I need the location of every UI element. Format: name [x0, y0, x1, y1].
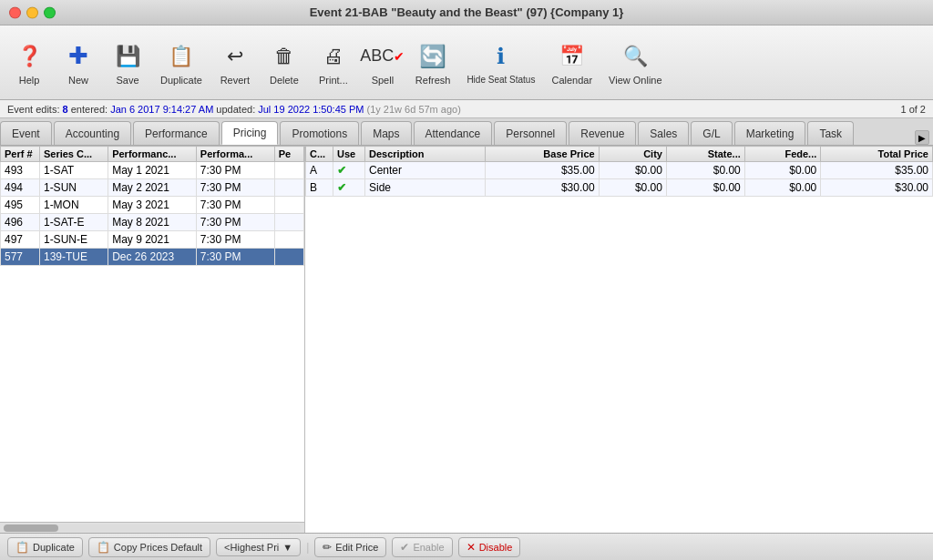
performance-row[interactable]: 494 1-SUN May 2 2021 7:30 PM — [1, 179, 304, 197]
col-description-header[interactable]: Description — [365, 147, 486, 162]
disable-button[interactable]: ✕ Disable — [458, 537, 521, 557]
left-table[interactable]: Perf # Series C... Performanc... Perform… — [0, 146, 304, 522]
pe-col — [274, 231, 303, 249]
col-city-header[interactable]: City — [599, 147, 666, 162]
window-title: Event 21-BAB "Beauty and the Beast" (97)… — [310, 5, 624, 19]
highest-price-dropdown[interactable]: <Highest Pri ▼ — [216, 538, 301, 556]
performance-row[interactable]: 495 1-MON May 3 2021 7:30 PM — [1, 197, 304, 214]
main-content: Perf # Series C... Performanc... Perform… — [0, 146, 933, 533]
pricing-table-body: A ✔ Center $35.00 $0.00 $0.00 $0.00 $35.… — [306, 162, 933, 197]
scroll-thumb — [4, 524, 58, 532]
save-button[interactable]: 💾 Save — [104, 31, 151, 95]
spell-button[interactable]: ABC✔ Spell — [359, 31, 406, 95]
minimize-button[interactable] — [26, 6, 38, 18]
tab-scroll-right[interactable]: ▶ — [911, 130, 933, 145]
state-cell: $0.00 — [666, 179, 744, 197]
col-totalprice-header[interactable]: Total Price — [821, 147, 933, 162]
view-online-icon: 🔍 — [619, 40, 651, 73]
city-cell: $0.00 — [599, 162, 666, 179]
status-count: 8 — [63, 104, 68, 115]
tab-performance[interactable]: Performance — [133, 121, 220, 145]
pe-col — [274, 162, 303, 179]
title-bar: Event 21-BAB "Beauty and the Beast" (97)… — [0, 0, 933, 25]
col-fede-header[interactable]: Fede... — [744, 147, 820, 162]
refresh-button[interactable]: 🔄 Refresh — [408, 31, 458, 95]
print-button[interactable]: 🖨 Print... — [310, 31, 357, 95]
col-baseprice-header[interactable]: Base Price — [486, 147, 599, 162]
tab-maps[interactable]: Maps — [361, 121, 411, 145]
enable-button[interactable]: ✔ Enable — [392, 537, 452, 557]
performance-row[interactable]: 497 1-SUN-E May 9 2021 7:30 PM — [1, 231, 304, 249]
total-price-cell: $35.00 — [821, 162, 933, 179]
pricing-row[interactable]: A ✔ Center $35.00 $0.00 $0.00 $0.00 $35.… — [306, 162, 933, 179]
perf-date: May 3 2021 — [108, 197, 197, 214]
edit-price-button[interactable]: ✏ Edit Price — [314, 537, 386, 557]
calendar-button[interactable]: 📅 Calendar — [544, 31, 600, 95]
col-perfdate-header[interactable]: Performanc... — [108, 147, 197, 162]
col-pe-header[interactable]: Pe — [274, 147, 303, 162]
view-online-button[interactable]: 🔍 View Online — [601, 31, 670, 95]
col-state-header[interactable]: State... — [666, 147, 744, 162]
spell-icon: ABC✔ — [366, 40, 399, 73]
help-button[interactable]: ❓ Help — [5, 31, 53, 95]
new-icon: ✚ — [62, 40, 95, 73]
pe-col — [274, 249, 303, 266]
total-price-cell: $30.00 — [821, 179, 933, 197]
refresh-icon: 🔄 — [416, 40, 449, 73]
copy-prices-icon: 📋 — [97, 541, 110, 554]
close-button[interactable] — [9, 6, 21, 18]
perf-time: 7:30 PM — [196, 162, 274, 179]
revert-button[interactable]: ↩ Revert — [211, 31, 259, 95]
tab-promotions[interactable]: Promotions — [280, 121, 359, 145]
tab-sales[interactable]: Sales — [638, 121, 689, 145]
perf-time: 7:30 PM — [196, 249, 274, 266]
toolbar: ❓ Help ✚ New 💾 Save 📋 Duplicate ↩ Revert… — [0, 25, 933, 100]
tab-gl[interactable]: G/L — [691, 121, 732, 145]
col-series-header[interactable]: Series C... — [39, 147, 108, 162]
pricing-row[interactable]: B ✔ Side $30.00 $0.00 $0.00 $0.00 $30.00 — [306, 179, 933, 197]
col-code-header[interactable]: C... — [306, 147, 333, 162]
col-perf-header[interactable]: Perf # — [1, 147, 40, 162]
use-cell: ✔ — [333, 179, 365, 197]
series-code: 139-TUE — [39, 249, 108, 266]
hide-seat-status-button[interactable]: ℹ Hide Seat Status — [459, 31, 542, 95]
perf-num: 496 — [1, 214, 40, 231]
tab-pricing[interactable]: Pricing — [221, 121, 279, 145]
performance-row[interactable]: 493 1-SAT May 1 2021 7:30 PM — [1, 162, 304, 179]
delete-button[interactable]: 🗑 Delete — [261, 31, 308, 95]
tab-event[interactable]: Event — [0, 121, 52, 145]
fede-cell: $0.00 — [744, 162, 820, 179]
window-controls — [9, 6, 56, 18]
help-icon: ❓ — [13, 40, 46, 73]
scroll-track — [4, 524, 301, 532]
perf-num: 495 — [1, 197, 40, 214]
performance-table-body: 493 1-SAT May 1 2021 7:30 PM 494 1-SUN M… — [1, 162, 304, 266]
tab-task[interactable]: Task — [807, 121, 854, 145]
copy-prices-button[interactable]: 📋 Copy Prices Default — [88, 537, 210, 557]
new-button[interactable]: ✚ New — [55, 31, 102, 95]
base-price-cell: $30.00 — [486, 179, 599, 197]
save-icon: 💾 — [111, 40, 144, 73]
duplicate-button[interactable]: 📋 Duplicate — [7, 537, 83, 557]
duplicate-toolbar-button[interactable]: 📋 Duplicate — [153, 31, 210, 95]
right-table[interactable]: C... Use Description Base Price City Sta… — [305, 146, 933, 533]
tab-personnel[interactable]: Personnel — [494, 121, 567, 145]
series-code: 1-SAT-E — [39, 214, 108, 231]
perf-time: 7:30 PM — [196, 214, 274, 231]
calendar-icon: 📅 — [556, 40, 589, 73]
performance-row[interactable]: 496 1-SAT-E May 8 2021 7:30 PM — [1, 214, 304, 231]
tab-attendance[interactable]: Attendance — [414, 121, 493, 145]
use-cell: ✔ — [333, 162, 365, 179]
perf-num: 497 — [1, 231, 40, 249]
tab-scroll-arrow[interactable]: ▶ — [915, 130, 929, 145]
perf-date: May 2 2021 — [108, 179, 197, 197]
tab-marketing[interactable]: Marketing — [734, 121, 806, 145]
maximize-button[interactable] — [44, 6, 56, 18]
col-perftime-header[interactable]: Performa... — [196, 147, 274, 162]
col-use-header[interactable]: Use — [333, 147, 365, 162]
series-code: 1-SUN-E — [39, 231, 108, 249]
tab-accounting[interactable]: Accounting — [54, 121, 131, 145]
tab-revenue[interactable]: Revenue — [569, 121, 636, 145]
left-scrollbar[interactable] — [0, 522, 304, 533]
performance-row[interactable]: 577 139-TUE Dec 26 2023 7:30 PM — [1, 249, 304, 266]
